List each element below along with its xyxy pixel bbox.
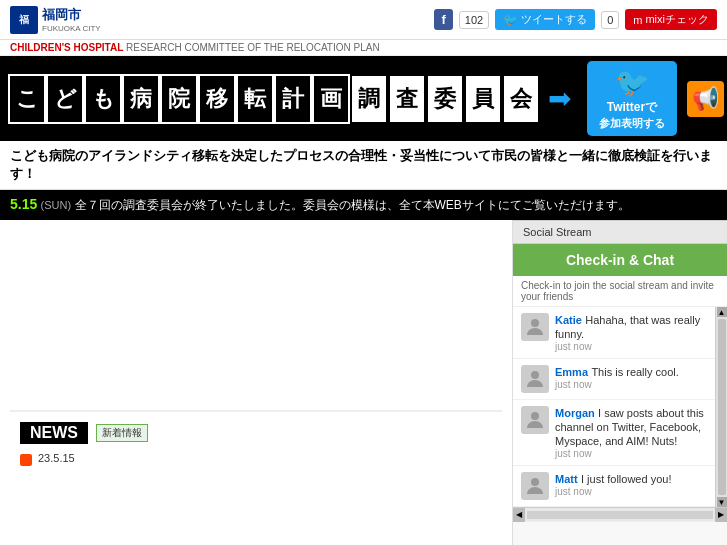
news-item: 23.5.15 <box>20 452 492 466</box>
stream-msg-3: I just followed you! <box>581 473 672 485</box>
right-lower-area <box>513 521 727 545</box>
stream-name-2: Morgan <box>555 407 595 419</box>
announce-date: 5.15 <box>10 196 37 212</box>
banner-char-1: こ <box>8 74 46 124</box>
banner-char-8: 計 <box>274 74 312 124</box>
sub-header-red: CHILDREN'S HOSPITAL <box>10 42 123 53</box>
logo-sub: FUKUOKA CITY <box>42 24 101 33</box>
facebook-icon: f <box>441 12 445 27</box>
sub-header-gray: RESEARCH COMMITTEE OF THE RELOCATION PLA… <box>123 42 379 53</box>
tweet-button[interactable]: 🐦 ツイートする <box>495 9 595 30</box>
social-stream-tab[interactable]: Social Stream <box>513 220 727 244</box>
header-right: f 102 🐦 ツイートする 0 m mixiチェック <box>434 9 717 30</box>
logo-area: 福 福岡市 FUKUOKA CITY <box>10 6 101 34</box>
scroll-left-button[interactable]: ◀ <box>513 508 525 522</box>
twitter-label: Twitterで <box>607 99 657 116</box>
announce-text: 全７回の調査委員会が終了いたしました。委員会の模様は、全て本WEBサイトにてご覧… <box>75 198 630 212</box>
main-content: NEWS 新着情報 23.5.15 Social Stream Check-in… <box>0 220 727 545</box>
megaphone-icon: 📢 <box>687 81 724 117</box>
news-title: NEWS <box>20 422 88 444</box>
svg-point-3 <box>531 478 539 486</box>
stream-messages-area[interactable]: Katie Hahaha, that was really funny. jus… <box>513 307 727 507</box>
main-banner: こ ど も 病 院 移 転 計 画 調 査 委 員 会 ➡ 🐦 Twitterで… <box>0 56 727 141</box>
announcement-bar: 5.15 (SUN) 全７回の調査委員会が終了いたしました。委員会の模様は、全て… <box>0 190 727 220</box>
stream-name-0: Katie <box>555 314 582 326</box>
stream-content-0: Katie Hahaha, that was really funny. jus… <box>555 313 707 352</box>
header: 福 福岡市 FUKUOKA CITY f 102 🐦 ツイートする 0 m mi… <box>0 0 727 40</box>
horizontal-scrollbar[interactable]: ◀ ▶ <box>513 507 727 521</box>
scroll-right-button[interactable]: ▶ <box>715 508 727 522</box>
banner-char-7: 転 <box>236 74 274 124</box>
stream-item-0: Katie Hahaha, that was really funny. jus… <box>513 307 715 359</box>
news-section: NEWS 新着情報 23.5.15 <box>10 410 502 481</box>
avatar-emma <box>521 365 549 393</box>
banner-arrow: ➡ <box>548 82 571 115</box>
avatar-matt <box>521 472 549 500</box>
svg-point-1 <box>531 371 539 379</box>
banner-char-12: 委 <box>426 74 464 124</box>
svg-point-2 <box>531 412 539 420</box>
stream-time-3: just now <box>555 486 707 497</box>
svg-point-0 <box>531 319 539 327</box>
checkin-label: Check-in & Chat <box>566 252 674 268</box>
stream-content-2: Morgan I saw posts about this channel on… <box>555 406 707 459</box>
logo-text: 福岡市 <box>42 6 101 24</box>
mixi-label: mixiチェック <box>645 12 709 27</box>
twitter-sub-label: 参加表明する <box>599 116 665 131</box>
tweet-label: ツイートする <box>521 12 587 27</box>
news-date: 23.5.15 <box>38 452 75 464</box>
banner-char-5: 院 <box>160 74 198 124</box>
facebook-button[interactable]: f <box>434 9 452 30</box>
stream-content-1: Emma This is really cool. just now <box>555 365 707 390</box>
stream-description: Check-in to join the social stream and i… <box>513 276 727 307</box>
stream-name-1: Emma <box>555 366 588 378</box>
stream-messages-list: Katie Hahaha, that was really funny. jus… <box>513 307 715 507</box>
stream-item-2: Morgan I saw posts about this channel on… <box>513 400 715 466</box>
sub-header: CHILDREN'S HOSPITAL RESEARCH COMMITTEE O… <box>0 40 727 56</box>
horizontal-scroll-track <box>527 511 713 519</box>
banner-char-9: 画 <box>312 74 350 124</box>
description-bar: こども病院のアイランドシティ移転を決定したプロセスの合理性・妥当性について市民の… <box>0 141 727 190</box>
vertical-scrollbar[interactable]: ▲ ▼ <box>715 307 727 507</box>
banner-char-6: 移 <box>198 74 236 124</box>
banner-char-11: 査 <box>388 74 426 124</box>
banner-char-4: 病 <box>122 74 160 124</box>
scroll-thumb[interactable] <box>718 319 726 495</box>
twitter-icon-large: 🐦 <box>615 66 650 99</box>
facebook-count: 102 <box>459 11 489 29</box>
stream-item-1: Emma This is really cool. just now <box>513 359 715 400</box>
mixi-button[interactable]: m mixiチェック <box>625 9 717 30</box>
twitter-participate-button[interactable]: 🐦 Twitterで 参加表明する <box>587 61 677 136</box>
stream-time-1: just now <box>555 379 707 390</box>
fukuoka-logo: 福 福岡市 FUKUOKA CITY <box>10 6 101 34</box>
social-stream-tab-label: Social Stream <box>523 226 591 238</box>
banner-char-3: も <box>84 74 122 124</box>
checkin-chat-button[interactable]: Check-in & Chat <box>513 244 727 276</box>
banner-char-10: 調 <box>350 74 388 124</box>
tweet-count: 0 <box>601 11 619 29</box>
left-content: NEWS 新着情報 23.5.15 <box>0 220 512 545</box>
mixi-icon: m <box>633 14 642 26</box>
news-header: NEWS 新着情報 <box>20 422 492 444</box>
avatar-morgan <box>521 406 549 434</box>
stream-content-3: Matt I just followed you! just now <box>555 472 707 497</box>
banner-char-14: 会 <box>502 74 540 124</box>
scroll-down-button[interactable]: ▼ <box>717 497 727 507</box>
stream-name-3: Matt <box>555 473 578 485</box>
banner-char-2: ど <box>46 74 84 124</box>
banner-chars: こ ど も 病 院 移 転 計 画 調 査 委 員 会 <box>8 74 540 124</box>
desc-text: こども病院のアイランドシティ移転を決定したプロセスの合理性・妥当性について市民の… <box>10 148 712 181</box>
scroll-up-button[interactable]: ▲ <box>717 307 727 317</box>
announce-date-sub: (SUN) <box>41 199 72 211</box>
avatar-katie <box>521 313 549 341</box>
right-sidebar: Social Stream Check-in & Chat Check-in t… <box>512 220 727 545</box>
stream-msg-1: This is really cool. <box>591 366 678 378</box>
stream-item-3: Matt I just followed you! just now <box>513 466 715 507</box>
stream-time-0: just now <box>555 341 707 352</box>
stream-time-2: just now <box>555 448 707 459</box>
twitter-bird-icon: 🐦 <box>503 13 518 27</box>
news-badge: 新着情報 <box>96 424 148 442</box>
news-dot-icon <box>20 454 32 466</box>
banner-char-13: 員 <box>464 74 502 124</box>
